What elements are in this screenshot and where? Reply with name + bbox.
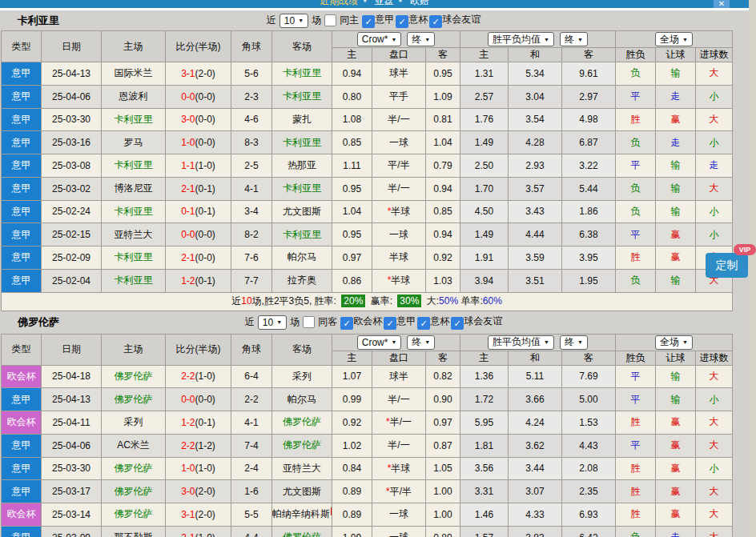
away-team-cell[interactable]: 佛罗伦萨 — [272, 526, 332, 537]
away-team-cell[interactable]: 卡利亚里 — [272, 223, 332, 246]
score-cell[interactable]: 0-0(0-0) — [166, 388, 231, 411]
home-team-cell[interactable]: 那不勒斯 — [102, 526, 166, 537]
score-cell[interactable]: 3-0(2-0) — [166, 480, 231, 503]
score-cell[interactable]: 0-0(0-0) — [166, 223, 231, 246]
away-team-cell[interactable]: 蒙扎 — [272, 108, 332, 131]
home-team-cell[interactable]: 国际米兰 — [102, 62, 166, 86]
league-checkbox[interactable]: ✓ — [429, 15, 442, 28]
away-team-cell[interactable]: 帕纳辛纳科斯1 — [272, 503, 332, 527]
league-cell[interactable]: 意甲 — [2, 62, 42, 86]
away-team-cell[interactable]: 亚特兰大 — [272, 457, 332, 480]
league-cell[interactable]: 欧会杯 — [2, 365, 42, 388]
home-team-cell[interactable]: 卡利亚里 — [102, 200, 166, 223]
odds-final-select[interactable]: 终▼ — [407, 32, 435, 46]
odds-final-select[interactable]: 终▼ — [407, 335, 435, 350]
home-team-cell[interactable]: 亚特兰大 — [102, 223, 166, 246]
league-cell[interactable]: 欧会杯 — [2, 411, 42, 435]
home-team-cell[interactable]: 佛罗伦萨 — [102, 480, 166, 503]
same-venue-checkbox[interactable] — [324, 14, 336, 26]
home-team-cell[interactable]: 佛罗伦萨 — [102, 388, 166, 411]
league-checkbox[interactable]: ✓ — [396, 15, 408, 28]
home-team-cell[interactable]: 卡利亚里 — [102, 154, 166, 178]
home-team-cell[interactable]: AC米兰 — [102, 434, 166, 457]
asian-handicap: 一球 — [372, 223, 426, 246]
league-checkbox[interactable]: ✓ — [417, 317, 430, 330]
league-cell[interactable]: 意甲 — [2, 108, 42, 131]
same-venue-checkbox[interactable] — [303, 316, 315, 328]
tab-recent-results[interactable]: 近期战绩 — [320, 0, 358, 6]
games-count-select[interactable]: 10▼ — [279, 14, 308, 28]
home-team-cell[interactable]: 恩波利 — [102, 85, 166, 108]
score-cell[interactable]: 2-2(1-0) — [166, 365, 231, 388]
close-icon[interactable]: ✕ — [714, 0, 730, 8]
league-cell[interactable]: 意甲 — [2, 223, 42, 246]
home-team-cell[interactable]: 卡利亚里 — [102, 269, 166, 292]
away-team-cell[interactable]: 卡利亚里 — [272, 177, 332, 200]
score-cell[interactable]: 2-1(1-0) — [166, 526, 231, 537]
away-team-cell[interactable]: 尤文图斯 — [272, 200, 332, 223]
score-cell[interactable]: 2-1(0-1) — [166, 177, 231, 200]
away-team-cell[interactable]: 帕尔马 — [272, 246, 332, 270]
away-team-cell[interactable]: 卡利亚里 — [272, 62, 332, 86]
away-team-cell[interactable]: 拉齐奥 — [272, 269, 332, 292]
home-team-cell[interactable]: 佛罗伦萨 — [102, 503, 166, 527]
home-team-cell[interactable]: 博洛尼亚 — [102, 177, 166, 200]
away-team-cell[interactable]: 尤文图斯 — [272, 480, 332, 503]
score-cell[interactable]: 2-1(0-0) — [166, 246, 231, 270]
league-cell[interactable]: 意甲 — [2, 131, 42, 154]
league-cell[interactable]: 意甲 — [2, 85, 42, 108]
league-checkbox[interactable]: ✓ — [340, 317, 353, 330]
league-cell[interactable]: 意甲 — [2, 246, 42, 270]
away-team-cell[interactable]: 卡利亚里 — [272, 131, 332, 154]
league-cell[interactable]: 意甲 — [2, 177, 42, 200]
col-score: 比分(半场) — [166, 334, 231, 365]
scope-select[interactable]: 全场▼ — [655, 32, 693, 46]
tab-euro-odds[interactable]: 欧赔 — [410, 0, 429, 6]
league-checkbox[interactable]: ✓ — [451, 317, 464, 330]
league-cell[interactable]: 意甲 — [2, 526, 42, 537]
league-cell[interactable]: 意甲 — [2, 154, 42, 178]
score-cell[interactable]: 1-0(1-0) — [166, 457, 231, 480]
score-cell[interactable]: 1-0(0-0) — [166, 131, 231, 154]
odds-source-select[interactable]: Crow*▼ — [357, 32, 402, 46]
away-team-cell[interactable]: 卡利亚里 — [272, 85, 332, 108]
home-team-cell[interactable]: 采列 — [102, 411, 166, 435]
avg-final-select[interactable]: 终▼ — [560, 32, 588, 46]
score-cell[interactable]: 3-1(2-0) — [166, 62, 231, 86]
home-team-cell[interactable]: 佛罗伦萨 — [102, 457, 166, 480]
score-cell[interactable]: 2-2(1-2) — [166, 434, 231, 457]
avg-odds-select[interactable]: 胜平负均值▼ — [488, 32, 554, 46]
score-cell[interactable]: 1-2(0-1) — [166, 411, 231, 435]
tab-asian-odds[interactable]: 亚盘 — [375, 0, 394, 6]
score-cell[interactable]: 1-1(1-0) — [166, 154, 231, 178]
league-cell[interactable]: 意甲 — [2, 480, 42, 503]
away-team-cell[interactable]: 采列 — [272, 365, 332, 388]
away-team-cell[interactable]: 热那亚 — [272, 154, 332, 178]
home-team-cell[interactable]: 卡利亚里 — [102, 108, 166, 131]
home-team-cell[interactable]: 卡利亚里 — [102, 246, 166, 270]
games-count-select[interactable]: 10▼ — [258, 315, 287, 330]
score-cell[interactable]: 0-1(0-1) — [166, 200, 231, 223]
away-team-cell[interactable]: 佛罗伦萨 — [272, 434, 332, 457]
odds-source-select[interactable]: Crow*▼ — [357, 335, 402, 350]
score-cell[interactable]: 1-2(0-1) — [166, 269, 231, 292]
league-cell[interactable]: 意甲 — [2, 434, 42, 457]
league-cell[interactable]: 欧会杯 — [2, 503, 42, 527]
score-cell[interactable]: 3-1(2-0) — [166, 503, 231, 527]
league-checkbox[interactable]: ✓ — [384, 317, 396, 330]
home-team-cell[interactable]: 罗马 — [102, 131, 166, 154]
league-cell[interactable]: 意甲 — [2, 200, 42, 223]
league-cell[interactable]: 意甲 — [2, 269, 42, 292]
away-team-cell[interactable]: 帕尔马 — [272, 388, 332, 411]
avg-odds-select[interactable]: 胜平负均值▼ — [488, 335, 554, 350]
away-team-cell[interactable]: 佛罗伦萨 — [272, 411, 332, 435]
league-checkbox[interactable]: ✓ — [362, 15, 375, 28]
league-cell[interactable]: 意甲 — [2, 388, 42, 411]
score-cell[interactable]: 3-0(0-0) — [166, 108, 231, 131]
league-cell[interactable]: 意甲 — [2, 457, 42, 480]
home-team-cell[interactable]: 佛罗伦萨 — [102, 365, 166, 388]
score-cell[interactable]: 0-0(0-0) — [166, 85, 231, 108]
scope-select[interactable]: 全场▼ — [655, 335, 693, 350]
avg-final-select[interactable]: 终▼ — [560, 335, 588, 350]
customize-button[interactable]: 定制 — [706, 253, 748, 278]
